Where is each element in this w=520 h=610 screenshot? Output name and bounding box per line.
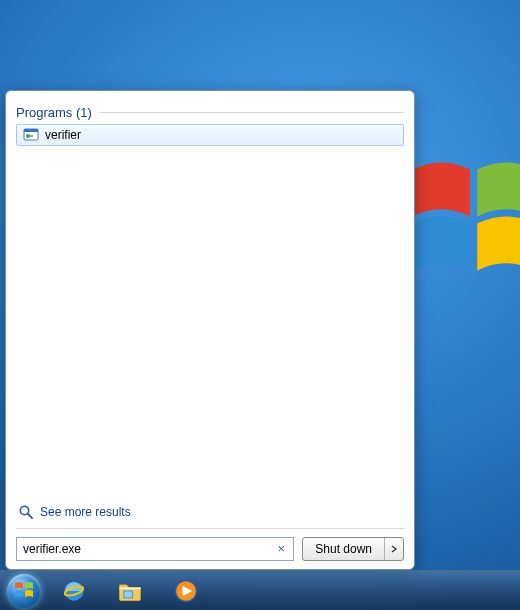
start-button[interactable] (4, 571, 44, 611)
divider (100, 112, 404, 113)
group-title: Programs (1) (16, 105, 92, 120)
result-item-verifier[interactable]: verifier (16, 124, 404, 146)
media-player-icon (172, 577, 200, 605)
taskbar (0, 570, 520, 610)
divider (16, 528, 404, 529)
see-more-results-link[interactable]: See more results (14, 498, 406, 528)
taskbar-app-media-player[interactable] (160, 575, 212, 607)
svg-line-4 (28, 514, 32, 518)
svg-rect-7 (124, 591, 133, 598)
results-group-header: Programs (1) (14, 99, 406, 122)
folder-icon (116, 577, 144, 605)
start-menu: Programs (1) verifier See more results ×… (5, 90, 415, 570)
svg-point-2 (26, 134, 30, 138)
search-icon (18, 504, 34, 520)
search-results-panel: Programs (1) verifier See more results (14, 99, 406, 528)
taskbar-app-file-explorer[interactable] (104, 575, 156, 607)
taskbar-app-internet-explorer[interactable] (48, 575, 100, 607)
internet-explorer-icon (60, 577, 88, 605)
result-label: verifier (45, 128, 81, 142)
shutdown-split-button[interactable]: Shut down (302, 537, 404, 561)
clear-search-icon[interactable]: × (273, 541, 289, 557)
start-menu-bottom-row: × Shut down (14, 537, 406, 561)
see-more-label: See more results (40, 505, 131, 519)
results-empty-space (14, 146, 406, 498)
start-orb-icon (7, 574, 41, 608)
shutdown-options-arrow[interactable] (385, 538, 403, 560)
shutdown-button[interactable]: Shut down (303, 538, 385, 560)
program-icon (23, 127, 39, 143)
svg-rect-1 (24, 129, 38, 132)
search-input[interactable] (23, 542, 271, 556)
search-input-wrap[interactable]: × (16, 537, 294, 561)
